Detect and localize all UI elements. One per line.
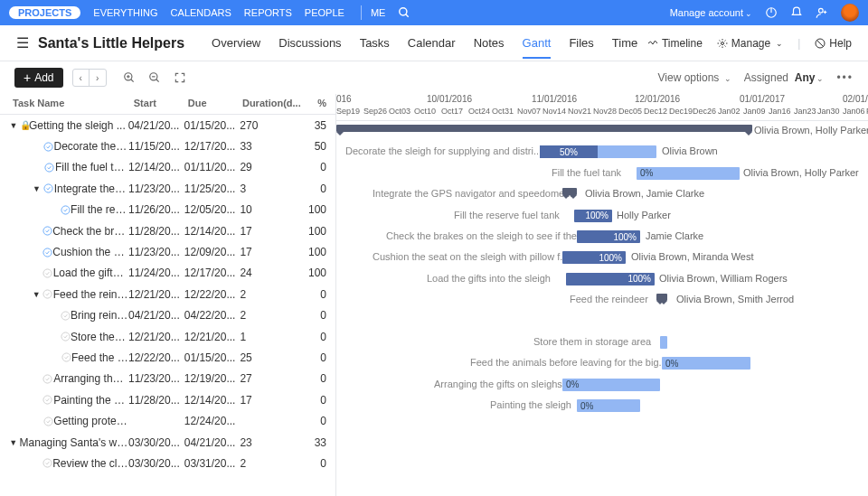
zoom-out-icon[interactable] — [148, 71, 161, 84]
svg-point-17 — [44, 142, 52, 150]
add-button[interactable]: +Add — [14, 68, 63, 88]
table-row[interactable]: ▼Feed the reinde...12/21/20...12/22/20..… — [0, 284, 335, 304]
table-row[interactable]: Painting the sle...11/28/20...12/14/20..… — [0, 389, 335, 410]
gantt-bar[interactable] — [656, 294, 667, 301]
lock-icon: 🔒 — [20, 120, 29, 130]
help-button[interactable]: Help — [815, 37, 852, 50]
nav-reports[interactable]: REPORTS — [244, 7, 292, 18]
tab-notes[interactable]: Notes — [474, 27, 505, 59]
table-row[interactable]: Decorate the sl...11/15/20...12/17/20...… — [0, 136, 335, 156]
tab-calendar[interactable]: Calendar — [408, 27, 456, 59]
table-row[interactable]: Getting protecti...12/24/20...0 — [0, 410, 335, 431]
tab-overview[interactable]: Overview — [212, 27, 260, 59]
table-row[interactable]: ▼🔒Getting the sleigh ...04/21/20...01/15… — [0, 115, 335, 136]
table-row[interactable]: Arranging the g...11/23/20...12/19/20...… — [0, 369, 335, 389]
gantt-bar[interactable]: 0% — [637, 167, 740, 180]
date-tick: Oct31 — [492, 107, 514, 116]
power-icon[interactable] — [765, 6, 778, 19]
col-duration[interactable]: Duration(d... — [242, 98, 304, 108]
manage-account[interactable]: Manage account⌄ — [670, 7, 752, 18]
col-due[interactable]: Due — [188, 98, 242, 108]
table-row[interactable]: Fill the reserv...11/26/20...12/05/20...… — [0, 200, 335, 220]
task-name: Review the clien... — [52, 457, 128, 470]
view-options[interactable]: View options ⌄ — [658, 71, 731, 84]
nav-everything[interactable]: EVERYTHING — [93, 7, 157, 18]
nav-calendars[interactable]: CALENDARS — [171, 7, 231, 18]
fit-icon[interactable] — [174, 71, 186, 84]
table-row[interactable]: Check the brake...11/28/20...12/14/20...… — [0, 220, 335, 241]
gantt-chart[interactable]: 01610/01/201611/01/201612/01/201601/01/2… — [336, 94, 868, 496]
project-bar: ☰ Santa's Little Helpers OverviewDiscuss… — [0, 25, 868, 61]
svg-point-19 — [44, 184, 52, 192]
col-percent[interactable]: % — [304, 98, 326, 108]
task-name: Getting the sleigh ... — [29, 119, 126, 132]
nav-people[interactable]: PEOPLE — [305, 7, 344, 18]
date-tick: Oct10 — [414, 107, 436, 116]
tab-files[interactable]: Files — [569, 27, 593, 59]
nav-me[interactable]: ME — [371, 7, 386, 18]
table-row[interactable]: Review the clien...03/30/20...03/31/20..… — [0, 453, 335, 473]
col-name[interactable]: Task Name — [13, 98, 134, 108]
table-row[interactable]: Feed the ani...12/22/20...01/15/20...250 — [0, 347, 335, 368]
date-tick: Nov14 — [542, 107, 566, 116]
tab-tasks[interactable]: Tasks — [360, 27, 390, 59]
assignee-label: Jamie Clarke — [646, 230, 703, 241]
month-label: 12/01/2016 — [635, 94, 680, 104]
table-row[interactable]: Cushion the sea...11/23/20...12/09/20...… — [0, 241, 335, 262]
gantt-bar[interactable] — [336, 125, 752, 132]
tab-gantt[interactable]: Gantt — [523, 27, 552, 59]
timeline-button[interactable]: Timeline — [647, 37, 703, 50]
caret-icon[interactable]: ▼ — [7, 438, 20, 447]
assignee-label: Olivia Brown, Miranda West — [631, 251, 754, 262]
tab-time[interactable]: Time — [612, 27, 637, 59]
table-row[interactable]: Fill the fuel tank12/14/20...01/11/20...… — [0, 157, 335, 178]
table-row[interactable]: Store them in...12/21/20...12/21/20...10 — [0, 326, 335, 347]
caret-icon[interactable]: ▼ — [31, 290, 42, 299]
prev-icon[interactable]: ‹ — [73, 70, 90, 86]
svg-point-31 — [43, 459, 52, 467]
gantt-bar[interactable]: 100% — [566, 273, 655, 285]
task-status-icon — [42, 268, 52, 278]
gantt-bar[interactable]: 100% — [574, 210, 612, 222]
avatar[interactable] — [841, 4, 859, 22]
bell-icon[interactable] — [790, 6, 803, 19]
nav-projects[interactable]: PROJECTS — [9, 6, 80, 19]
next-icon[interactable]: › — [90, 70, 106, 86]
task-status-icon — [42, 248, 52, 257]
month-label: 10/01/2016 — [427, 94, 472, 104]
gantt-task-label: Store them in storage area — [533, 336, 651, 347]
tab-discussions[interactable]: Discussions — [278, 27, 341, 59]
col-start[interactable]: Start — [134, 98, 188, 108]
menu-icon[interactable]: ☰ — [16, 34, 29, 51]
table-row[interactable]: Load the gifts in...11/24/20...12/17/20.… — [0, 263, 335, 284]
assigned-filter[interactable]: Assigned Any⌄ — [744, 71, 825, 84]
gantt-task-label: Arranging the gifts on sleighs — [434, 379, 562, 389]
caret-icon[interactable]: ▼ — [7, 121, 20, 130]
zoom-in-icon[interactable] — [123, 71, 136, 84]
caret-icon[interactable]: ▼ — [31, 184, 42, 193]
gantt-bar[interactable]: 100% — [577, 230, 640, 243]
task-name: Getting protecti... — [53, 415, 128, 427]
task-name: Bring reindee... — [71, 309, 128, 322]
gantt-bar[interactable]: 0% — [577, 399, 640, 412]
gantt-bar[interactable]: 0% — [662, 357, 750, 370]
search-icon[interactable] — [398, 6, 410, 19]
table-row[interactable]: ▼Integrate the G...11/23/20...11/25/20..… — [0, 178, 335, 199]
manage-button[interactable]: Manage⌄ — [717, 37, 783, 50]
gantt-bar[interactable] — [562, 188, 577, 195]
gantt-task-label: Fill the reserve fuel tank — [454, 210, 560, 220]
gantt-bar[interactable]: 50% — [540, 145, 656, 158]
table-row[interactable]: Bring reindee...04/21/20...04/22/20...20 — [0, 305, 335, 326]
date-tick: Oct24 — [468, 107, 490, 116]
table-row[interactable]: ▼Managing Santa's we...03/30/20...04/21/… — [0, 432, 335, 453]
task-name: Load the gifts in... — [53, 267, 128, 279]
svg-line-9 — [816, 40, 824, 47]
gantt-bar[interactable]: 0% — [562, 379, 660, 391]
gantt-bar[interactable] — [660, 336, 667, 349]
add-user-icon[interactable] — [816, 6, 828, 19]
gantt-task-label: Check the brakes on the sleigh to see if… — [386, 230, 585, 241]
gantt-bar[interactable]: 100% — [562, 251, 626, 264]
more-icon[interactable]: ••• — [836, 71, 854, 84]
assignee-label: Olivia Brown, Jamie Clarke — [585, 188, 704, 199]
task-status-icon — [42, 395, 54, 405]
